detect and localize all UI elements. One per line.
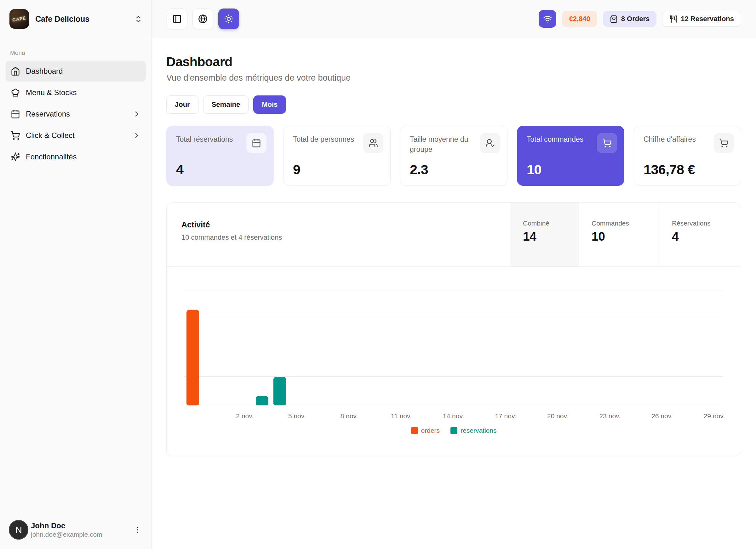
sidebar-item-label: Menu & Stocks — [26, 88, 77, 97]
user-row[interactable]: N John Doe john.doe@example.com — [0, 513, 152, 549]
period-tab-mois[interactable]: Mois — [253, 95, 286, 114]
sidebar-item-label: Reservations — [26, 110, 70, 118]
sparkles-icon — [11, 152, 20, 162]
period-tabs: Jour Semaine Mois — [166, 95, 741, 114]
chart-x-tick: 5 nov. — [288, 412, 306, 420]
reservations-badge[interactable]: 12 Reservations — [662, 11, 741, 27]
chart-x-tick: 23 nov. — [599, 412, 621, 420]
chef-hat-icon — [11, 88, 20, 97]
sidebar-item-label: Click & Collect — [26, 131, 75, 140]
panel-left-icon — [172, 14, 182, 24]
stat-card-chiffre-affaires[interactable]: Chiffre d'affaires 136,78 € — [634, 126, 741, 186]
main-area: €2,840 8 Orders 12 Reservations Dashboar — [152, 0, 756, 549]
stat-card-taille-moyenne[interactable]: Taille moyenne du groupe 2.3 — [400, 126, 507, 186]
chart-x-tick: 8 nov. — [341, 412, 358, 420]
chart-gridline — [184, 376, 723, 377]
sidebar-item-fonctionnalites[interactable]: Fonctionnalités — [6, 146, 146, 167]
calendar-icon — [11, 109, 20, 119]
user-avatar: N — [9, 520, 28, 540]
theme-toggle-button[interactable] — [218, 9, 239, 29]
stat-label: Total réservations — [176, 134, 245, 144]
sidebar: CAFE Cafe Delicious Menu Dashboard Menu … — [0, 0, 152, 549]
user-check-icon — [480, 133, 500, 153]
activity-card: Activité 10 commandes et 4 réservations … — [166, 202, 741, 456]
wifi-icon — [543, 14, 552, 24]
cart-icon — [11, 131, 20, 140]
chevron-right-icon — [133, 110, 141, 118]
org-switcher[interactable]: CAFE Cafe Delicious — [0, 0, 152, 38]
activity-tab-reservations[interactable]: Réservations 4 — [659, 203, 741, 266]
language-button[interactable] — [192, 9, 213, 29]
sidebar-item-click-collect[interactable]: Click & Collect — [6, 125, 146, 146]
chart-x-tick: 2 nov. — [236, 412, 254, 420]
globe-icon — [198, 14, 208, 24]
sidebar-item-dashboard[interactable]: Dashboard — [6, 61, 146, 82]
user-name: John Doe — [31, 521, 102, 530]
period-tab-jour[interactable]: Jour — [166, 95, 198, 114]
stat-label: Chiffre d'affaires — [644, 134, 713, 144]
orders-badge[interactable]: 8 Orders — [603, 11, 657, 27]
activity-tab-combine[interactable]: Combiné 14 — [510, 203, 579, 266]
legend-swatch — [450, 427, 457, 434]
chart-x-tick: 20 nov. — [547, 412, 568, 420]
chart-x-tick: 26 nov. — [651, 412, 673, 420]
page-subtitle: Vue d'ensemble des métriques de votre bo… — [166, 73, 741, 83]
shopping-bag-icon — [610, 15, 618, 23]
stat-label: Total de personnes — [293, 134, 362, 144]
chart-x-tick: 11 nov. — [391, 412, 412, 420]
chart-x-axis: 2 nov.5 nov.8 nov.11 nov.14 nov.17 nov.2… — [184, 412, 723, 422]
stat-label: Total commandes — [527, 134, 596, 144]
chart-plot — [184, 290, 723, 405]
chart-gridline — [184, 290, 723, 290]
activity-subtitle: 10 commandes et 4 réservations — [181, 233, 510, 242]
stat-value: 9 — [293, 162, 381, 177]
chart-gridline — [184, 348, 723, 348]
page-title: Dashboard — [166, 54, 741, 69]
topbar: €2,840 8 Orders 12 Reservations — [152, 0, 756, 38]
sidebar-section-label: Menu — [0, 38, 152, 61]
activity-chart: 2 nov.5 nov.8 nov.11 nov.14 nov.17 nov.2… — [167, 267, 741, 456]
stat-card-total-personnes[interactable]: Total de personnes 9 — [283, 126, 391, 186]
users-icon — [363, 133, 383, 153]
period-tab-semaine[interactable]: Semaine — [203, 95, 249, 114]
calendar-icon — [246, 133, 266, 153]
chevrons-up-down-icon — [134, 15, 143, 23]
more-vertical-icon[interactable] — [131, 524, 143, 536]
legend-item-reservations: reservations — [450, 427, 496, 434]
activity-title: Activité — [181, 220, 510, 229]
sidebar-item-label: Fonctionnalités — [26, 152, 77, 161]
activity-tab-commandes[interactable]: Commandes 10 — [579, 203, 659, 266]
chart-x-tick: 14 nov. — [443, 412, 464, 420]
legend-item-orders: orders — [411, 427, 440, 434]
utensils-icon — [669, 15, 677, 23]
content: Dashboard Vue d'ensemble des métriques d… — [152, 38, 756, 549]
stat-card-total-reservations[interactable]: Total réservations 4 — [166, 126, 274, 186]
connection-status-chip[interactable] — [539, 10, 556, 28]
cafe-logo-text: CAFE — [12, 15, 26, 22]
user-email: john.doe@example.com — [31, 530, 102, 539]
sidebar-item-menu-stocks[interactable]: Menu & Stocks — [6, 82, 146, 103]
chart-gridline — [184, 319, 723, 319]
chart-bar-orders[interactable] — [186, 310, 199, 405]
stats-row: Total réservations 4 Total de personnes … — [166, 126, 741, 186]
sun-icon — [224, 14, 233, 24]
stat-card-total-commandes[interactable]: Total commandes 10 — [517, 126, 624, 186]
chart-bar-reservations[interactable] — [273, 377, 286, 405]
app-root: CAFE Cafe Delicious Menu Dashboard Menu … — [0, 0, 756, 549]
chart-x-tick: 29 nov. — [704, 412, 725, 420]
revenue-badge[interactable]: €2,840 — [562, 11, 597, 27]
sidebar-nav: Dashboard Menu & Stocks Reservations — [0, 61, 152, 167]
chart-legend: ordersreservations — [167, 427, 741, 434]
legend-swatch — [411, 427, 418, 434]
chart-x-tick: 17 nov. — [495, 412, 516, 420]
sidebar-toggle-button[interactable] — [167, 9, 187, 29]
chevron-right-icon — [133, 131, 141, 140]
cafe-logo: CAFE — [9, 9, 29, 29]
sidebar-item-reservations[interactable]: Reservations — [6, 104, 146, 124]
chart-bar-reservations[interactable] — [256, 396, 268, 405]
cart-icon — [714, 133, 734, 153]
stat-value: 2.3 — [410, 162, 498, 177]
home-icon — [11, 66, 20, 76]
stat-value: 136,78 € — [644, 162, 731, 177]
cart-icon — [597, 133, 617, 153]
